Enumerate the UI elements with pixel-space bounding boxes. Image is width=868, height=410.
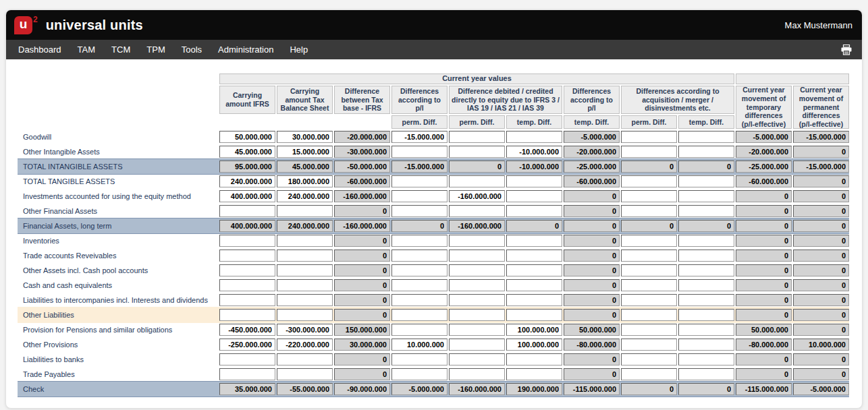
value-field[interactable] [506, 339, 562, 351]
value-field[interactable] [506, 294, 562, 306]
value-field[interactable] [277, 190, 333, 202]
value-field[interactable] [219, 353, 275, 365]
value-field[interactable] [449, 264, 505, 276]
value-field[interactable] [449, 294, 505, 306]
value-field[interactable] [678, 353, 734, 365]
value-field[interactable] [277, 279, 333, 291]
value-field[interactable] [449, 205, 505, 217]
value-field[interactable] [621, 279, 677, 291]
value-field[interactable] [621, 324, 677, 336]
value-field[interactable] [506, 205, 562, 217]
value-field[interactable] [391, 353, 447, 365]
value-field[interactable] [449, 309, 505, 321]
value-field[interactable] [277, 175, 333, 187]
value-field[interactable] [391, 235, 447, 247]
value-field[interactable] [219, 131, 275, 143]
value-field[interactable] [678, 175, 734, 187]
value-field[interactable] [621, 309, 677, 321]
value-field[interactable] [506, 309, 562, 321]
value-field[interactable] [391, 339, 447, 351]
value-field[interactable] [678, 146, 734, 158]
value-field[interactable] [506, 279, 562, 291]
value-field[interactable] [219, 146, 275, 158]
value-field[interactable] [219, 264, 275, 276]
value-field[interactable] [621, 205, 677, 217]
value-field[interactable] [506, 353, 562, 365]
value-field[interactable] [391, 190, 447, 202]
value-field[interactable] [391, 294, 447, 306]
value-field[interactable] [621, 339, 677, 351]
value-field[interactable] [277, 235, 333, 247]
nav-item-dashboard[interactable]: Dashboard [10, 40, 70, 59]
value-field[interactable] [277, 264, 333, 276]
value-field[interactable] [391, 309, 447, 321]
value-field[interactable] [219, 368, 275, 380]
nav-item-tcm[interactable]: TCM [103, 40, 138, 59]
value-field[interactable] [219, 279, 275, 291]
value-field[interactable] [277, 146, 333, 158]
value-field[interactable] [449, 146, 505, 158]
value-field[interactable] [391, 205, 447, 217]
value-field[interactable] [621, 235, 677, 247]
value-field[interactable] [277, 131, 333, 143]
value-field[interactable] [621, 190, 677, 202]
value-field[interactable] [678, 235, 734, 247]
value-field[interactable] [219, 324, 275, 336]
value-field[interactable] [391, 368, 447, 380]
value-field[interactable] [391, 146, 447, 158]
value-field[interactable] [391, 324, 447, 336]
value-field[interactable] [621, 250, 677, 262]
value-field[interactable] [449, 368, 505, 380]
value-field[interactable] [678, 368, 734, 380]
nav-item-tpm[interactable]: TPM [138, 40, 173, 59]
value-field[interactable] [219, 339, 275, 351]
value-field[interactable] [277, 294, 333, 306]
value-field[interactable] [621, 264, 677, 276]
value-field[interactable] [391, 279, 447, 291]
value-field[interactable] [449, 279, 505, 291]
value-field[interactable] [678, 324, 734, 336]
value-field[interactable] [449, 324, 505, 336]
value-field[interactable] [277, 339, 333, 351]
nav-item-help[interactable]: Help [281, 40, 316, 59]
value-field[interactable] [506, 146, 562, 158]
value-field[interactable] [506, 264, 562, 276]
value-field[interactable] [678, 339, 734, 351]
value-field[interactable] [449, 250, 505, 262]
value-field[interactable] [506, 131, 562, 143]
value-field[interactable] [678, 205, 734, 217]
value-field[interactable] [449, 131, 505, 143]
value-field[interactable] [678, 294, 734, 306]
value-field[interactable] [277, 368, 333, 380]
value-field[interactable] [621, 131, 677, 143]
value-field[interactable] [277, 324, 333, 336]
value-field[interactable] [219, 309, 275, 321]
value-field[interactable] [506, 235, 562, 247]
value-field[interactable] [391, 250, 447, 262]
value-field[interactable] [449, 339, 505, 351]
value-field[interactable] [277, 353, 333, 365]
value-field[interactable] [506, 190, 562, 202]
value-field[interactable] [506, 368, 562, 380]
value-field[interactable] [678, 131, 734, 143]
value-field[interactable] [219, 250, 275, 262]
value-field[interactable] [277, 205, 333, 217]
value-field[interactable] [678, 250, 734, 262]
value-field[interactable] [506, 324, 562, 336]
value-field[interactable] [391, 131, 447, 143]
value-field[interactable] [449, 175, 505, 187]
value-field[interactable] [277, 250, 333, 262]
value-field[interactable] [678, 190, 734, 202]
value-field[interactable] [678, 279, 734, 291]
value-field[interactable] [391, 175, 447, 187]
value-field[interactable] [449, 353, 505, 365]
value-field[interactable] [219, 175, 275, 187]
value-field[interactable] [621, 146, 677, 158]
value-field[interactable] [621, 175, 677, 187]
nav-item-tam[interactable]: TAM [70, 40, 103, 59]
value-field[interactable] [506, 250, 562, 262]
print-button[interactable] [840, 45, 852, 55]
value-field[interactable] [506, 175, 562, 187]
value-field[interactable] [219, 235, 275, 247]
value-field[interactable] [449, 235, 505, 247]
